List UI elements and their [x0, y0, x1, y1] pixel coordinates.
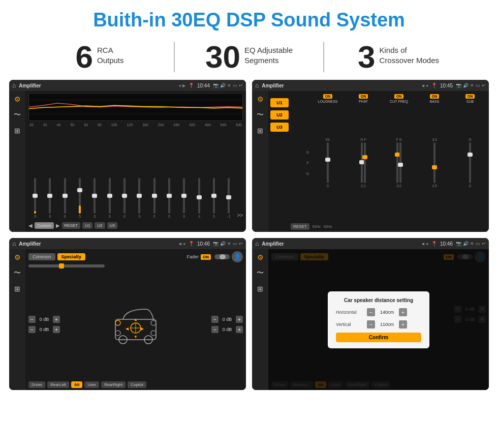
distance-screen-content: ⚙ 〜 ⊞ Common Specialty ON 👤 🚗 [252, 249, 489, 390]
fader-status-bar: ⌂ Amplifier ■ ● 📍 10:46 📷 🔊 ✕ ▭ ↩ [9, 238, 246, 249]
fader-plus-4[interactable]: + [236, 326, 243, 333]
crossover-bottom-row: RESET 60Hz 60Hz [291, 223, 487, 230]
eq-u3-btn[interactable]: U3 [107, 222, 117, 229]
toggle-sub[interactable]: ON [465, 94, 475, 99]
eq-slider-2: 0 [58, 178, 72, 218]
home-icon[interactable]: ⌂ [12, 82, 16, 89]
eq-slider-4: 0 [88, 178, 101, 218]
stat-eq: 30 EQ Adjustable Segments [180, 41, 318, 73]
distance-back-icon[interactable]: ↩ [482, 241, 486, 246]
crossover-preset-u2[interactable]: U2 [270, 110, 289, 120]
fader-db-value-3: 0 dB [220, 317, 234, 322]
eq-u2-btn[interactable]: U2 [95, 222, 105, 229]
crossover-status-icons: 📷 🔊 ✕ ▭ ↩ [456, 83, 486, 88]
fader-minus-4[interactable]: − [211, 326, 219, 333]
eq-sidebar-icon-1[interactable]: ⚙ [14, 95, 21, 103]
eq-custom-btn[interactable]: Custom [35, 222, 54, 229]
back-icon[interactable]: ↩ [239, 83, 243, 88]
eq-slider-5: 0 [103, 178, 116, 218]
distance-sidebar-icon-2[interactable]: 〜 [257, 268, 264, 278]
fader-db-value-2: 0 dB [37, 327, 51, 332]
dialog-horizontal-plus[interactable]: + [399, 308, 407, 316]
eq-sidebar: ⚙ 〜 ⊞ [9, 91, 25, 232]
dialog-vertical-minus[interactable]: − [367, 320, 375, 328]
eq-nav-row: ◀ Custom ▶ RESET U1 U2 U3 [28, 221, 243, 230]
dialog-confirm-button[interactable]: Confirm [336, 333, 421, 342]
eq-sidebar-icon-2[interactable]: 〜 [14, 110, 21, 120]
distance-app-name: Amplifier [262, 241, 419, 247]
toggle-cutfreq[interactable]: ON [394, 94, 404, 99]
fader-db-value-1: 0 dB [37, 317, 51, 322]
fader-sidebar-icon-3[interactable]: ⊞ [14, 285, 20, 293]
crossover-preset-u3[interactable]: U3 [270, 123, 289, 132]
stat-eq-number: 30 [205, 41, 240, 73]
svg-text:▲: ▲ [134, 317, 138, 322]
eq-slider-8: 0 [148, 178, 161, 218]
eq-scroll-right[interactable]: >> [237, 213, 243, 218]
fader-avatar[interactable]: 👤 [232, 251, 243, 262]
fader-db-row-3: − 0 dB + [211, 316, 243, 323]
dialog-horizontal-minus[interactable]: − [367, 308, 375, 316]
fader-sidebar-icon-1[interactable]: ⚙ [14, 253, 21, 261]
eq-time: 10:44 [197, 83, 210, 88]
eq-prev[interactable]: ◀ [28, 223, 33, 228]
crossover-preset-u1[interactable]: U1 [270, 98, 289, 107]
eq-reset-btn[interactable]: RESET [62, 222, 81, 229]
crossover-sidebar-icon-3[interactable]: ⊞ [257, 127, 263, 135]
fader-minus-1[interactable]: − [28, 316, 36, 323]
fader-plus-1[interactable]: + [53, 316, 60, 323]
car-diagram: ▲ ▼ ◀ ▶ [63, 302, 208, 347]
fader-btn-copilot[interactable]: Copilot [128, 381, 146, 388]
fader-btn-all[interactable]: All [71, 381, 82, 388]
fader-tabs: Common Specialty Fader ON 👤 [28, 251, 243, 262]
toggle-loudness[interactable]: ON [323, 94, 333, 99]
crossover-sidebar-icon-2[interactable]: 〜 [257, 110, 264, 120]
eq-slider-6: 0 [118, 178, 131, 218]
crossover-app-name: Amplifier [262, 83, 419, 88]
fader-back-icon[interactable]: ↩ [239, 241, 243, 246]
fader-minus-2[interactable]: − [28, 326, 36, 333]
eq-next[interactable]: ▶ [56, 223, 60, 228]
fader-minus-3[interactable]: − [211, 316, 219, 323]
fader-db-row-2: − 0 dB + [28, 326, 60, 333]
stats-row: 6 RCA Outputs 30 EQ Adjustable Segments … [0, 36, 498, 80]
fader-plus-2[interactable]: + [53, 326, 60, 333]
fader-h-slider[interactable] [28, 264, 105, 267]
fader-sidebar-icon-2[interactable]: 〜 [14, 268, 21, 278]
fader-app-name: Amplifier [19, 241, 176, 247]
fader-db-row-4: − 0 dB + [211, 326, 243, 333]
distance-status-icons: 📷 🔊 ✕ ▭ ↩ [456, 241, 486, 246]
fader-tab-specialty[interactable]: Specialty [57, 253, 86, 260]
fader-tab-common[interactable]: Common [28, 253, 55, 260]
distance-sidebar-icon-1[interactable]: ⚙ [257, 253, 264, 261]
toggle-phat[interactable]: ON [359, 94, 368, 99]
eq-sidebar-icon-3[interactable]: ⊞ [14, 127, 20, 135]
fader-btn-rearright[interactable]: RearRight [101, 381, 126, 388]
crossover-home-icon[interactable]: ⌂ [255, 82, 259, 89]
eq-slider-13: -1 [222, 178, 235, 218]
fader-btn-rearleft[interactable]: RearLeft [47, 381, 69, 388]
fader-db-row-1: − 0 dB + [28, 316, 60, 323]
fader-loc-icon: 📍 [189, 241, 194, 246]
fader-bottom-row: Driver RearLeft All User RearRight Copil… [28, 381, 243, 388]
page-title: Buith-in 30EQ DSP Sound System [0, 0, 498, 36]
dialog-vertical-plus[interactable]: + [399, 320, 407, 328]
distance-sidebar-icon-3[interactable]: ⊞ [257, 285, 263, 293]
fader-btn-user[interactable]: User [84, 381, 99, 388]
fader-home-icon[interactable]: ⌂ [12, 240, 16, 247]
eq-u1-btn[interactable]: U1 [82, 222, 92, 229]
fader-label: Fader [186, 254, 199, 259]
crossover-volume-icon: 🔊 [463, 83, 469, 88]
fader-on-toggle[interactable]: ON [201, 254, 211, 260]
distance-home-icon[interactable]: ⌂ [255, 240, 259, 247]
fader-volume-icon: 🔊 [220, 241, 226, 246]
fader-plus-3[interactable]: + [236, 316, 243, 323]
crossover-reset-btn[interactable]: RESET [291, 223, 309, 230]
crossover-back-icon[interactable]: ↩ [482, 83, 486, 88]
fader-time: 10:46 [197, 241, 210, 247]
fader-main-area: Common Specialty Fader ON 👤 [25, 249, 246, 390]
toggle-bass[interactable]: ON [430, 94, 440, 99]
crossover-sliders-area: G F G 64 0 [291, 106, 487, 220]
fader-btn-driver[interactable]: Driver [28, 381, 45, 388]
crossover-sidebar-icon-1[interactable]: ⚙ [257, 95, 264, 103]
